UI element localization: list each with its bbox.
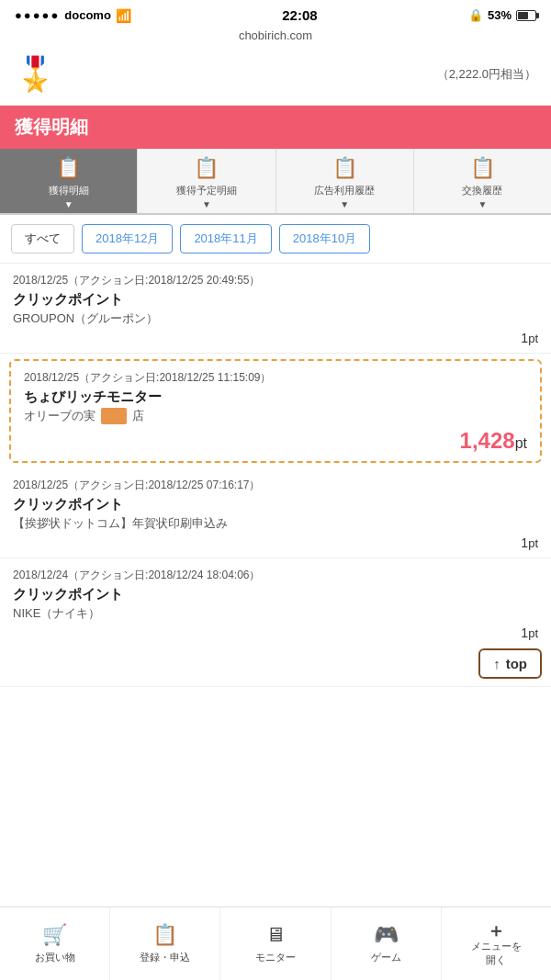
status-bar: ●●●●● docomo 📶 22:08 🔒 53% [0, 0, 551, 27]
monitor-icon: 🖥 [265, 923, 286, 947]
tx-subtitle-3: NIKE（ナイキ） [13, 605, 538, 622]
nav-register[interactable]: 📋 登録・申込 [110, 907, 220, 980]
tx-subtitle-2: 【挨拶状ドットコム】年賀状印刷申込み [13, 515, 538, 532]
nav-shopping[interactable]: 🛒 お買い物 [0, 907, 110, 980]
tab-icon-1: 📋 [194, 156, 219, 180]
tab-label-3: 交換履歴 [462, 184, 502, 197]
tx-points-3: 1pt [13, 625, 538, 640]
transaction-item-1: 2018/12/25（アクション日:2018/12/25 11:15:09） ち… [9, 359, 542, 463]
nav-menu[interactable]: ＋ メニューを開く [442, 907, 551, 980]
tab-scheduled-detail[interactable]: 📋 獲得予定明細 ▼ [138, 149, 276, 213]
filter-dec-2018[interactable]: 2018年12月 [82, 224, 173, 253]
tx-subtitle-0: GROUPON（グルーポン） [13, 310, 538, 327]
reward-icon: 🎖️ [15, 55, 56, 94]
tab-label-2: 広告利用履歴 [314, 184, 375, 197]
nav-monitor-label: モニター [255, 951, 296, 964]
section-header: 獲得明細 [0, 106, 551, 149]
battery-percent: 53% [488, 8, 512, 22]
menu-plus-icon: ＋ [487, 921, 505, 940]
shopping-icon: 🛒 [42, 923, 67, 947]
nav-register-label: 登録・申込 [140, 951, 190, 964]
tx-subtitle-1: オリーブの実 店 [24, 408, 527, 424]
nav-shopping-label: お買い物 [35, 951, 75, 964]
tx-title-2: クリックポイント [13, 496, 538, 513]
tx-title-0: クリックポイント [13, 291, 538, 309]
domain-bar: chobirich.com [0, 27, 551, 48]
tab-label-0: 獲得明細 [49, 184, 89, 197]
nav-games[interactable]: 🎮 ゲーム [332, 907, 442, 980]
tab-acquisition-detail[interactable]: 📋 獲得明細 ▼ [0, 149, 138, 213]
tx-date-1: 2018/12/25（アクション日:2018/12/25 11:15:09） [24, 370, 527, 386]
carrier-info: ●●●●● docomo 📶 [15, 8, 131, 23]
top-partial-row: 🎖️ （2,222.0円相当） [0, 48, 551, 106]
tab-icon-2: 📋 [332, 156, 357, 180]
top-arrow-icon: ↑ [493, 656, 500, 671]
filter-row: すべて 2018年12月 2018年11月 2018年10月 [0, 215, 551, 264]
filter-oct-2018[interactable]: 2018年10月 [279, 224, 370, 253]
tab-ad-history[interactable]: 📋 広告利用履歴 ▼ [276, 149, 414, 213]
time-display: 22:08 [282, 7, 317, 23]
top-button[interactable]: ↑ top [478, 648, 542, 679]
tx-title-1: ちょびリッチモニター [24, 389, 527, 406]
battery-info: 🔒 53% [468, 8, 536, 22]
tab-chevron-3: ▼ [478, 199, 487, 209]
transaction-item-3: 2018/12/24（アクション日:2018/12/24 18:04:06） ク… [0, 558, 551, 687]
tab-chevron-0: ▼ [64, 199, 73, 209]
tab-exchange-history[interactable]: 📋 交換履歴 ▼ [414, 149, 551, 213]
filter-nov-2018[interactable]: 2018年11月 [180, 224, 271, 253]
tx-date-2: 2018/12/25（アクション日:2018/12/25 07:16:17） [13, 478, 538, 493]
tabs-container: 📋 獲得明細 ▼ 📋 獲得予定明細 ▼ 📋 広告利用履歴 ▼ 📋 交換履歴 ▼ [0, 149, 551, 215]
wifi-icon: 📶 [116, 8, 131, 23]
transactions-list: 2018/12/25（アクション日:2018/12/25 20:49:55） ク… [0, 264, 551, 687]
transaction-item-2: 2018/12/25（アクション日:2018/12/25 07:16:17） ク… [0, 468, 551, 558]
tab-label-1: 獲得予定明細 [176, 184, 237, 197]
transaction-item-0: 2018/12/25（アクション日:2018/12/25 20:49:55） ク… [0, 264, 551, 354]
tab-chevron-1: ▼ [202, 199, 211, 209]
orange-block [101, 408, 127, 424]
tab-chevron-2: ▼ [340, 199, 349, 209]
nav-monitor[interactable]: 🖥 モニター [220, 907, 331, 980]
domain-text: chobirich.com [239, 28, 312, 42]
tx-points-0: 1pt [13, 331, 538, 345]
battery-icon [516, 10, 536, 21]
tx-points-2: 1pt [13, 535, 538, 550]
tx-date-0: 2018/12/25（アクション日:2018/12/25 20:49:55） [13, 273, 538, 288]
top-button-label: top [506, 656, 527, 671]
games-icon: 🎮 [374, 923, 399, 947]
partial-price-text: （2,222.0円相当） [437, 66, 536, 83]
carrier-name: docomo [64, 8, 111, 22]
tab-icon-3: 📋 [470, 156, 495, 180]
register-icon: 📋 [152, 923, 177, 947]
nav-games-label: ゲーム [371, 951, 401, 964]
bottom-nav: 🛒 お買い物 📋 登録・申込 🖥 モニター 🎮 ゲーム ＋ メニューを開く [0, 907, 551, 980]
filter-all[interactable]: すべて [11, 224, 74, 253]
nav-menu-label: メニューを開く [471, 940, 522, 966]
tab-icon-0: 📋 [56, 156, 81, 180]
tx-points-1: 1,428pt [24, 428, 527, 454]
signal-dots: ●●●●● [15, 8, 60, 22]
lock-icon: 🔒 [468, 8, 483, 22]
tx-date-3: 2018/12/24（アクション日:2018/12/24 18:04:06） [13, 568, 538, 583]
tx-title-3: クリックポイント [13, 586, 538, 603]
